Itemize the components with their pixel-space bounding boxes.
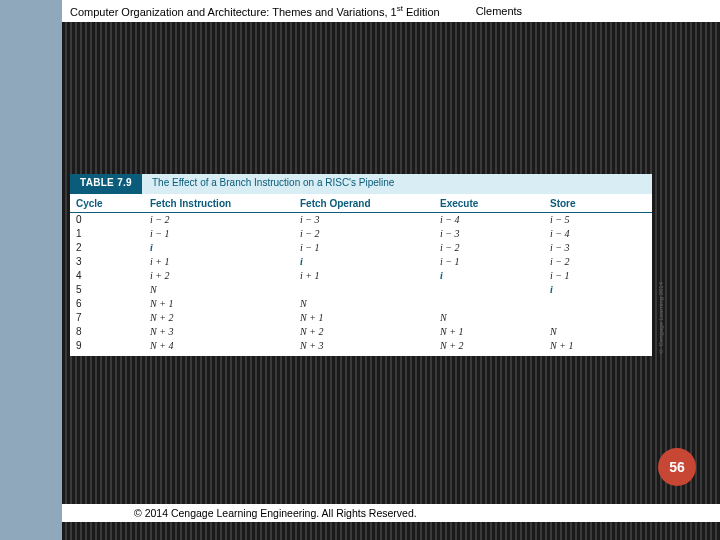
col-header-fetch-operand: Fetch Operand xyxy=(300,198,440,209)
table-caption: The Effect of a Branch Instruction on a … xyxy=(142,174,652,194)
table-row: 6N + 1N xyxy=(70,297,652,311)
table-header-row: Cycle Fetch Instruction Fetch Operand Ex… xyxy=(70,194,652,213)
table-cell: i − 2 xyxy=(550,255,640,269)
table-cell: 0 xyxy=(70,213,150,227)
book-title-pre: Computer Organization and Architecture: … xyxy=(70,6,397,18)
table-cell: N + 1 xyxy=(440,325,550,339)
book-title: Computer Organization and Architecture: … xyxy=(70,4,440,18)
table-cell: i − 2 xyxy=(300,227,440,241)
table-cell: N xyxy=(300,297,440,311)
table-cell: 8 xyxy=(70,325,150,339)
table-cell: 9 xyxy=(70,339,150,353)
table-cell: i − 2 xyxy=(150,213,300,227)
table-cell xyxy=(440,297,550,311)
table-row: 3i + 1ii − 1i − 2 xyxy=(70,255,652,269)
col-header-cycle: Cycle xyxy=(70,198,150,209)
table-cell: i − 3 xyxy=(550,241,640,255)
table-cell: i + 1 xyxy=(300,269,440,283)
table-cell: i + 1 xyxy=(150,255,300,269)
table-cell: i − 4 xyxy=(550,227,640,241)
table-row: 4i + 2i + 1ii − 1 xyxy=(70,269,652,283)
table-cell xyxy=(440,283,550,297)
table-row: 5Ni xyxy=(70,283,652,297)
header-band: Computer Organization and Architecture: … xyxy=(62,0,720,22)
table-tag: TABLE 7.9 xyxy=(70,174,142,194)
author-name: Clements xyxy=(476,5,522,17)
table-cell: N + 2 xyxy=(150,311,300,325)
table-cell: N xyxy=(150,283,300,297)
table-cell xyxy=(550,297,640,311)
table-cell: N + 4 xyxy=(150,339,300,353)
table-cell: N + 2 xyxy=(440,339,550,353)
col-header-store: Store xyxy=(550,198,640,209)
table-cell: i − 4 xyxy=(440,213,550,227)
table-cell: 7 xyxy=(70,311,150,325)
table-cell: N + 2 xyxy=(300,325,440,339)
page-number: 56 xyxy=(669,459,685,475)
table-cell: i − 1 xyxy=(150,227,300,241)
table-cell: i xyxy=(550,283,640,297)
table-cell xyxy=(550,311,640,325)
table-cell: 6 xyxy=(70,297,150,311)
copyright-band: © 2014 Cengage Learning Engineering. All… xyxy=(62,504,720,522)
table-cell: N + 1 xyxy=(150,297,300,311)
table-cell: i − 2 xyxy=(440,241,550,255)
table-row: 7N + 2N + 1N xyxy=(70,311,652,325)
table-cell: N + 3 xyxy=(150,325,300,339)
table-cell: i − 5 xyxy=(550,213,640,227)
table-cell: i + 2 xyxy=(150,269,300,283)
table-cell xyxy=(300,283,440,297)
table-cell: i xyxy=(440,269,550,283)
table-row: 8N + 3N + 2N + 1N xyxy=(70,325,652,339)
table-cell: 4 xyxy=(70,269,150,283)
table-cell: i xyxy=(150,241,300,255)
table-cell: N xyxy=(440,311,550,325)
table-cell: i − 1 xyxy=(550,269,640,283)
table-cell: N + 3 xyxy=(300,339,440,353)
table-row: 0i − 2i − 3i − 4i − 5 xyxy=(70,213,652,227)
table-cell: i − 1 xyxy=(300,241,440,255)
table-body: 0i − 2i − 3i − 4i − 51i − 1i − 2i − 3i −… xyxy=(70,213,652,356)
left-accent-column xyxy=(0,0,62,540)
table-cell: i − 3 xyxy=(300,213,440,227)
table-row: 9N + 4N + 3N + 2N + 1 xyxy=(70,339,652,356)
table-title-bar: TABLE 7.9 The Effect of a Branch Instruc… xyxy=(70,174,652,194)
col-header-fetch-instruction: Fetch Instruction xyxy=(150,198,300,209)
table-row: 2ii − 1i − 2i − 3 xyxy=(70,241,652,255)
table-cell: 3 xyxy=(70,255,150,269)
table-cell: N + 1 xyxy=(300,311,440,325)
table-cell: N xyxy=(550,325,640,339)
table-cell: N + 1 xyxy=(550,339,640,353)
side-credit: © Cengage Learning 2014 xyxy=(658,282,664,354)
book-title-post: Edition xyxy=(403,6,440,18)
table-cell: i − 1 xyxy=(440,255,550,269)
table-cell: 2 xyxy=(70,241,150,255)
table-cell: i − 3 xyxy=(440,227,550,241)
table-row: 1i − 1i − 2i − 3i − 4 xyxy=(70,227,652,241)
table-cell: i xyxy=(300,255,440,269)
table-card: TABLE 7.9 The Effect of a Branch Instruc… xyxy=(70,174,652,356)
col-header-execute: Execute xyxy=(440,198,550,209)
copyright-text: © 2014 Cengage Learning Engineering. All… xyxy=(134,507,417,519)
page-number-badge: 56 xyxy=(658,448,696,486)
table-cell: 5 xyxy=(70,283,150,297)
table-cell: 1 xyxy=(70,227,150,241)
